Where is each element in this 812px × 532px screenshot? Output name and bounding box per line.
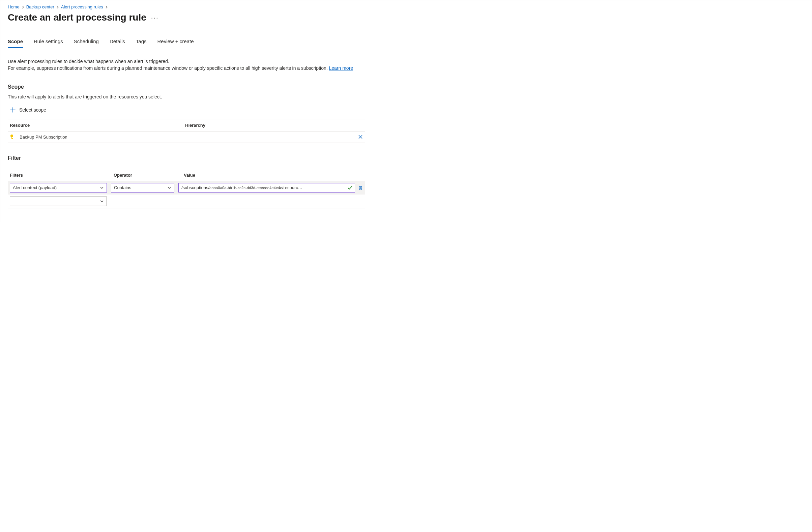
page-title: Create an alert processing rule [8,12,146,23]
chevron-right-icon [105,6,108,9]
title-row: Create an alert processing rule ··· [8,12,804,23]
scope-row: Backup PM Subscription [8,132,365,143]
tab-scope[interactable]: Scope [8,39,23,48]
tab-rule-settings[interactable]: Rule settings [34,39,63,48]
filter-header-row: Filters Operator Value [8,173,365,181]
chevron-down-icon [100,199,104,203]
chevron-right-icon [56,6,59,9]
select-scope-button[interactable]: Select scope [8,107,46,113]
chevron-right-icon [21,6,24,9]
remove-scope-icon[interactable] [358,134,363,139]
breadcrumb-backup-center[interactable]: Backup center [26,4,54,10]
breadcrumb-home[interactable]: Home [8,4,19,10]
svg-point-0 [11,134,13,137]
col-hierarchy: Hierarchy [185,123,350,128]
col-resource: Resource [10,123,185,128]
intro-line2: For example, suppress notifications from… [8,65,329,71]
filter-row-0: Alert context (payload) Contains /subscr… [8,181,365,194]
tab-review-create[interactable]: Review + create [158,39,194,48]
scope-subtext: This rule will apply to alerts that are … [8,94,365,100]
scope-row-resource: Backup PM Subscription [19,134,68,139]
tab-details[interactable]: Details [110,39,125,48]
chevron-down-icon [167,186,171,190]
filter-row-add [8,194,365,208]
filter-value-input[interactable]: /subscriptions/aaaa0a0a-bb1b-cc2c-dd3d-e… [178,183,355,192]
col-filters: Filters [10,173,110,178]
plus-icon [10,107,16,113]
filter-value-mono: aaaa0a0a-bb1b-cc2c-dd3d-eeeeee4e4e4e [209,186,282,190]
filter-type-value: Alert context (payload) [13,185,57,190]
select-scope-label: Select scope [19,107,46,113]
filter-value-prefix: /subscriptions/ [182,185,209,190]
chevron-down-icon [100,186,104,190]
breadcrumb-alert-processing-rules[interactable]: Alert processing rules [61,4,103,10]
filter-operator-select[interactable]: Contains [111,183,174,192]
filter-type-select[interactable]: Alert context (payload) [10,183,107,192]
scope-heading: Scope [8,84,365,90]
tab-tags[interactable]: Tags [136,39,147,48]
svg-rect-2 [12,138,13,139]
col-value: Value [184,173,365,178]
scope-table: Resource Hierarchy Backup PM Subscriptio… [8,119,365,143]
intro-line1: Use alert processing rules to decide wha… [8,59,169,64]
intro-text: Use alert processing rules to decide wha… [8,58,365,72]
subscription-key-icon [10,134,15,140]
add-filter-select[interactable] [10,196,107,206]
check-icon [347,185,353,191]
filter-operator-value: Contains [114,185,131,190]
breadcrumb: Home Backup center Alert processing rule… [8,4,804,12]
delete-filter-icon[interactable] [358,185,363,191]
filter-grid: Filters Operator Value Alert context (pa… [8,173,365,208]
tab-scheduling[interactable]: Scheduling [74,39,99,48]
col-operator: Operator [114,173,180,178]
filter-heading: Filter [8,155,365,161]
learn-more-link[interactable]: Learn more [329,65,353,71]
scope-table-header: Resource Hierarchy [8,119,365,132]
filter-value-suffix: /resourc… [282,185,303,190]
tabs: Scope Rule settings Scheduling Details T… [8,39,804,48]
more-actions-icon[interactable]: ··· [151,14,159,21]
